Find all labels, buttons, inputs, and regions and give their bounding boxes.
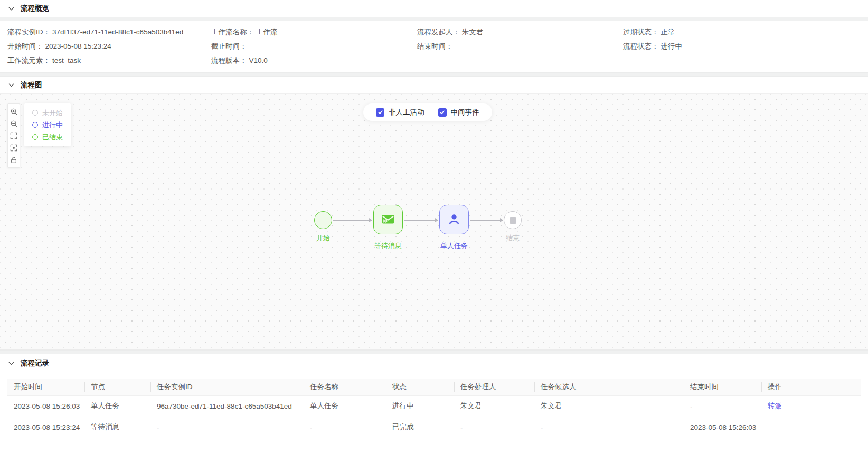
- status-legend: 未开始进行中已结束: [24, 103, 71, 146]
- legend-label: 进行中: [42, 121, 63, 128]
- field-value: 2023-05-08 15:23:24: [45, 42, 111, 50]
- node-wait-message[interactable]: [373, 205, 403, 234]
- column-header: 状态: [386, 379, 454, 395]
- diagram-header[interactable]: 流程图: [0, 77, 868, 93]
- field-value: test_task: [52, 56, 81, 64]
- section-divider: [0, 17, 868, 21]
- unlock-icon[interactable]: [8, 154, 20, 166]
- fit-one-icon[interactable]: [8, 142, 20, 154]
- node-label: 开始: [299, 233, 347, 243]
- overview-field: 过期状态：正常: [623, 27, 861, 37]
- legend-dot-icon: [32, 110, 38, 116]
- records-header[interactable]: 流程记录: [0, 354, 868, 372]
- overview-field: [623, 56, 861, 65]
- column-header: 任务候选人: [534, 379, 684, 395]
- filter-checkbox[interactable]: 非人工活动: [376, 108, 424, 117]
- zoom-in-icon[interactable]: [8, 106, 20, 117]
- field-value: 正常: [661, 28, 675, 36]
- column-header: 开始时间: [7, 379, 84, 395]
- table-cell: 单人任务: [304, 395, 386, 417]
- table-cell: 朱文君: [534, 395, 684, 417]
- table-cell: 已完成: [386, 417, 454, 438]
- node-start-event[interactable]: [314, 211, 332, 229]
- chevron-down-icon[interactable]: [8, 82, 14, 88]
- flow-connector: [404, 220, 438, 221]
- table-cell: 朱文君: [454, 395, 534, 417]
- section-divider: [0, 72, 868, 77]
- field-label: 工作流元素：: [7, 56, 50, 64]
- table-cell: -: [684, 395, 761, 417]
- field-label: 结束时间：: [417, 42, 453, 50]
- table-cell: 2023-05-08 15:23:24: [7, 417, 84, 438]
- legend-item: 未开始: [32, 109, 63, 116]
- overview-field: 流程实例ID：37df1f37-ed71-11ed-88c1-c65a503b4…: [7, 27, 211, 37]
- overview-header[interactable]: 流程概览: [0, 0, 868, 17]
- records-table: 开始时间节点任务实例ID任务名称状态任务处理人任务候选人结束时间操作 2023-…: [7, 379, 861, 438]
- user-icon: [446, 211, 462, 229]
- overview-field: 流程发起人：朱文君: [417, 27, 623, 37]
- diagram-section: 流程图: [0, 77, 868, 350]
- field-value: V10.0: [249, 56, 268, 64]
- section-title: 流程概览: [21, 4, 49, 13]
- chevron-down-icon[interactable]: [8, 6, 14, 12]
- field-label: 过期状态：: [623, 28, 659, 36]
- overview-field: 开始时间：2023-05-08 15:23:24: [7, 42, 211, 51]
- filter-label: 中间事件: [451, 108, 479, 117]
- overview-section: 流程概览 流程实例ID：37df1f37-ed71-11ed-88c1-c65a…: [0, 0, 868, 72]
- node-single-user-task[interactable]: [439, 205, 469, 234]
- table-cell: -: [454, 417, 534, 438]
- field-value: 朱文君: [462, 28, 484, 36]
- records-section: 流程记录 开始时间节点任务实例ID任务名称状态任务处理人任务候选人结束时间操作 …: [0, 354, 868, 438]
- field-value: 37df1f37-ed71-11ed-88c1-c65a503b41ed: [52, 28, 183, 36]
- overview-field: 流程版本：V10.0: [211, 56, 417, 65]
- checkbox-checked-icon[interactable]: [376, 108, 384, 117]
- legend-dot-icon: [32, 122, 38, 128]
- stop-square-icon: [510, 217, 516, 224]
- legend-label: 未开始: [42, 109, 63, 116]
- checkbox-checked-icon[interactable]: [438, 108, 447, 117]
- table-cell: 单人任务: [84, 395, 150, 417]
- section-title: 流程图: [21, 80, 42, 90]
- zoom-out-icon[interactable]: [8, 118, 20, 129]
- table-cell: 等待消息: [84, 417, 150, 438]
- overview-field: 截止时间：: [211, 42, 417, 51]
- fit-view-icon[interactable]: [8, 130, 20, 141]
- action-cell: [761, 417, 861, 438]
- field-label: 流程发起人：: [417, 28, 460, 36]
- column-header: 任务处理人: [454, 379, 534, 395]
- overview-field: 工作流元素：test_task: [7, 56, 211, 65]
- table-cell: 96a730be-ed71-11ed-88c1-c65a503b41ed: [150, 395, 304, 417]
- flow-canvas[interactable]: 未开始进行中已结束 非人工活动中间事件 开始 等待消息: [0, 93, 868, 350]
- overview-field: [417, 56, 623, 65]
- table-row: 2023-05-08 15:26:03单人任务96a730be-ed71-11e…: [7, 395, 861, 417]
- flow-connector: [333, 220, 372, 221]
- message-icon: [380, 211, 396, 229]
- table-cell: -: [304, 417, 386, 438]
- table-cell: -: [150, 417, 304, 438]
- reassign-link[interactable]: 转派: [768, 402, 782, 410]
- legend-item: 进行中: [32, 121, 63, 128]
- overview-field: 工作流名称：工作流: [211, 27, 417, 37]
- field-label: 工作流名称：: [211, 28, 254, 36]
- flow-connector: [470, 220, 503, 221]
- column-header: 任务名称: [304, 379, 386, 395]
- table-cell: 2023-05-08 15:26:03: [684, 417, 761, 438]
- filter-checkbox[interactable]: 中间事件: [438, 108, 479, 117]
- field-label: 截止时间：: [211, 42, 247, 50]
- overview-field: 流程状态：进行中: [623, 42, 861, 51]
- filter-pill: 非人工活动中间事件: [363, 103, 492, 121]
- node-label: 结束: [489, 233, 536, 243]
- field-value: 工作流: [256, 28, 278, 36]
- field-value: 进行中: [661, 42, 683, 50]
- column-header: 结束时间: [684, 379, 761, 395]
- action-cell: 转派: [761, 395, 861, 417]
- node-end-event[interactable]: [504, 211, 522, 229]
- column-header: 任务实例ID: [150, 379, 304, 395]
- section-divider: [0, 350, 868, 354]
- table-cell: 进行中: [386, 395, 454, 417]
- chevron-down-icon[interactable]: [8, 361, 14, 366]
- field-label: 流程状态：: [623, 42, 659, 50]
- column-header: 节点: [84, 379, 150, 395]
- node-label: 单人任务: [430, 241, 478, 251]
- column-header: 操作: [761, 379, 861, 395]
